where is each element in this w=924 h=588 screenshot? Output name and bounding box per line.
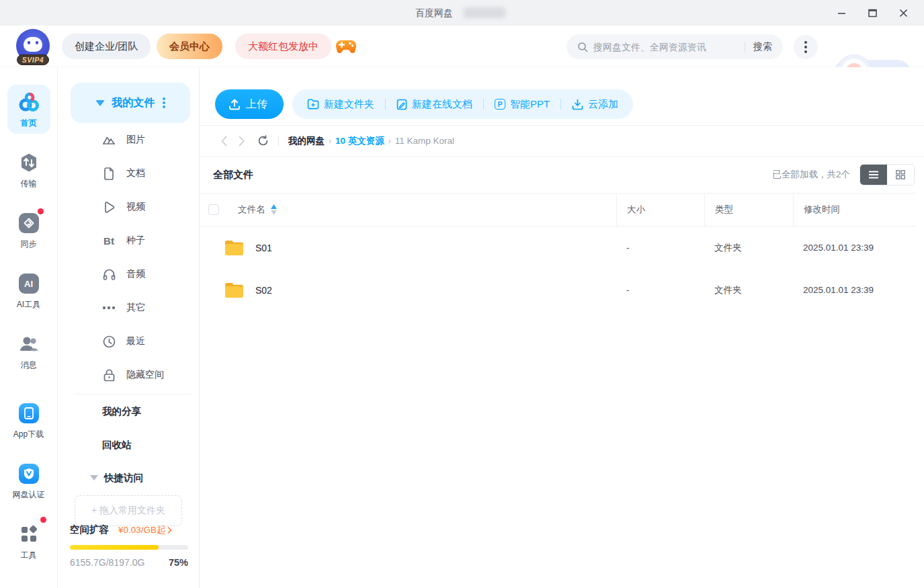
rail-item-tools[interactable]: 工具 <box>7 517 50 566</box>
file-size: - <box>616 243 704 253</box>
tools-notification-dot <box>40 517 46 523</box>
table-row[interactable]: S02 - 文件夹 2025.01.01 23:39 <box>200 269 916 311</box>
hidden-space-label: 隐藏空间 <box>126 369 164 381</box>
minimize-button[interactable] <box>826 0 857 26</box>
expand-price-link[interactable]: ¥0.03/GB起 <box>118 524 172 536</box>
pictures-icon <box>101 132 116 147</box>
select-all-checkbox[interactable] <box>208 204 219 215</box>
sidebar-item-quick-access[interactable]: 快捷访问 <box>58 462 199 494</box>
refresh-button[interactable] <box>254 135 271 146</box>
sidebar-item-pictures[interactable]: 图片 <box>58 123 199 157</box>
file-name[interactable]: S02 <box>255 285 272 296</box>
documents-label: 文档 <box>126 167 145 179</box>
load-status: 已全部加载，共2个 <box>772 169 850 181</box>
chevron-right-icon <box>239 136 245 146</box>
other-label: 其它 <box>126 302 145 314</box>
other-icon <box>101 300 116 315</box>
rail-item-ai-tools[interactable]: AI AI工具 <box>7 266 50 315</box>
messages-icon <box>17 333 40 355</box>
smart-ppt-button[interactable]: P 智能PPT <box>495 98 550 111</box>
sidebar-item-hidden-space[interactable]: 隐藏空间 <box>58 358 199 392</box>
column-name: 文件名 <box>238 204 265 216</box>
close-button[interactable] <box>888 0 919 26</box>
maximize-button[interactable] <box>857 0 888 26</box>
rail-item-home[interactable]: 首页 <box>7 85 50 134</box>
red-packet-banner[interactable]: 大额红包发放中 <box>235 34 331 59</box>
rail-item-messages[interactable]: 消息 <box>7 327 50 376</box>
view-toggle <box>859 164 915 185</box>
member-center-button[interactable]: 会员中心 <box>157 34 222 59</box>
sync-notification-dot <box>38 208 44 214</box>
torrents-label: 种子 <box>126 235 145 247</box>
cloud-add-label: 云添加 <box>588 98 618 111</box>
home-netdisk-logo-icon <box>17 91 40 114</box>
ai-tools-icon: AI <box>17 272 40 295</box>
cloud-add-button[interactable]: 云添加 <box>572 98 618 111</box>
videos-icon <box>101 200 116 214</box>
table-row[interactable]: S01 - 文件夹 2025.01.01 23:39 <box>200 226 916 269</box>
search-bar[interactable]: 搜索 <box>566 34 783 59</box>
rail-label-tools: 工具 <box>21 550 37 561</box>
column-type[interactable]: 类型 <box>704 194 793 226</box>
game-center-button[interactable] <box>335 38 357 55</box>
search-input[interactable] <box>593 42 737 52</box>
sidebar-item-documents[interactable]: 文档 <box>58 157 199 190</box>
audio-label: 音频 <box>126 268 145 280</box>
sidebar-item-recycle-bin[interactable]: 回收站 <box>58 428 199 462</box>
sidebar-item-torrents[interactable]: Bt 种子 <box>58 224 199 257</box>
chevron-right-icon <box>167 527 172 534</box>
rail-item-certification[interactable]: 网盘认证 <box>7 456 50 505</box>
storage-progress-bar <box>70 545 188 550</box>
file-name[interactable]: S01 <box>255 243 272 253</box>
my-files-menu-icon[interactable] <box>163 97 165 108</box>
expand-storage-label[interactable]: 空间扩容 <box>70 523 109 536</box>
storage-usage-text: 6155.7G/8197.0G <box>70 557 144 568</box>
storage-percent-text: 75% <box>169 557 188 568</box>
sidebar-item-other[interactable]: 其它 <box>58 291 199 325</box>
file-type: 文件夹 <box>704 242 793 254</box>
breadcrumb-current: 11 Kamp Koral <box>395 136 454 146</box>
new-online-doc-button[interactable]: 新建在线文档 <box>396 98 472 111</box>
breadcrumb-root[interactable]: 我的网盘 <box>288 135 325 147</box>
sidebar-item-audio[interactable]: 音频 <box>58 257 199 291</box>
certification-icon <box>17 462 40 485</box>
create-team-button[interactable]: 创建企业/团队 <box>62 34 151 59</box>
account-logo[interactable]: SVIP4 <box>16 29 51 64</box>
rail-label-ai-tools: AI工具 <box>17 299 40 310</box>
grid-view-button[interactable] <box>887 165 914 185</box>
sidebar-item-my-share[interactable]: 我的分享 <box>58 394 199 428</box>
breadcrumb-separator: › <box>388 136 391 146</box>
gamepad-icon <box>335 38 357 55</box>
drop-favorite-folder-zone[interactable]: + 拖入常用文件夹 <box>75 495 182 526</box>
sidebar-item-my-files[interactable]: 我的文件 <box>71 83 190 123</box>
nav-forward-button[interactable] <box>233 136 250 146</box>
sidebar-item-recent[interactable]: 最近 <box>58 325 199 358</box>
toolbar-actions: 新建文件夹 新建在线文档 P 智能PPT 云添加 <box>292 89 633 119</box>
more-menu-button[interactable] <box>794 35 818 59</box>
upload-button[interactable]: 上传 <box>215 89 284 119</box>
sort-toggle[interactable] <box>271 204 277 215</box>
main-content: 上传 新建文件夹 新建在线文档 P 智能PPT 云添加 <box>200 67 924 588</box>
file-list-header: 全部文件 已全部加载，共2个 <box>200 157 924 193</box>
new-folder-button[interactable]: 新建文件夹 <box>307 98 374 111</box>
torrents-icon: Bt <box>101 233 116 248</box>
search-button[interactable]: 搜索 <box>753 41 772 53</box>
rail-item-sync[interactable]: 同步 <box>7 206 50 255</box>
grid-view-icon <box>896 170 905 179</box>
nav-back-button[interactable] <box>215 136 233 146</box>
rail-item-app-download[interactable]: App下载 <box>7 396 50 445</box>
column-modified[interactable]: 修改时间 <box>793 194 916 226</box>
refresh-icon <box>257 135 269 146</box>
rail-item-transfer[interactable]: 传输 <box>7 145 50 194</box>
sidebar-item-videos[interactable]: 视频 <box>58 190 199 224</box>
recent-icon <box>101 334 116 349</box>
toolbar: 上传 新建文件夹 新建在线文档 P 智能PPT 云添加 <box>215 89 924 119</box>
header: SVIP4 创建企业/团队 会员中心 大额红包发放中 搜索 Hi <box>0 26 924 67</box>
file-list-title: 全部文件 <box>213 169 253 181</box>
kebab-icon <box>804 41 807 44</box>
breadcrumb-divider <box>278 136 279 146</box>
list-view-button[interactable] <box>860 165 887 185</box>
breadcrumb-folder[interactable]: 10 英文资源 <box>335 135 384 147</box>
column-size[interactable]: 大小 <box>616 194 704 226</box>
quick-access-collapse-icon <box>90 475 98 480</box>
